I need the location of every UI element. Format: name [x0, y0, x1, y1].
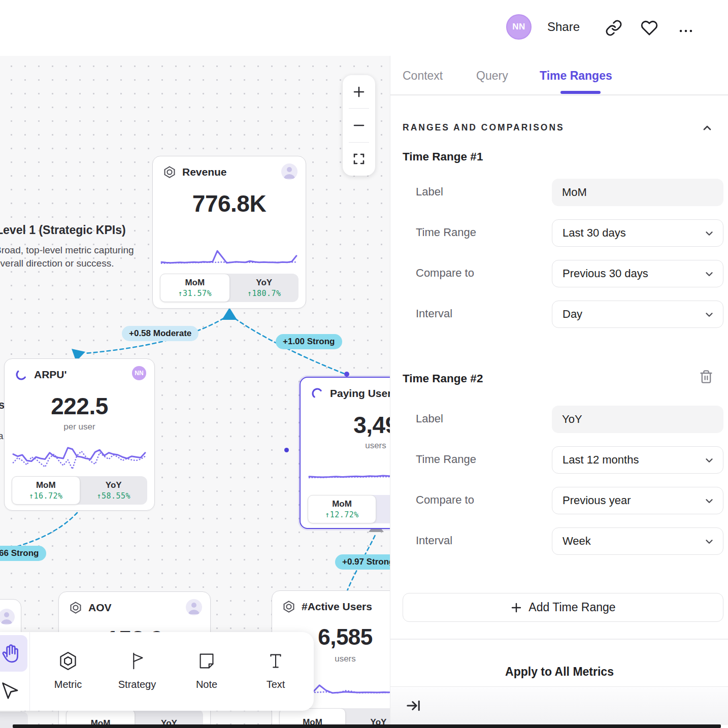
canvas-toolbar: Metric Strategy Note Text	[0, 632, 314, 711]
loading-arc-icon	[311, 387, 324, 400]
strategy-tool[interactable]: Strategy	[107, 632, 168, 711]
text-tool[interactable]: Text	[245, 632, 306, 711]
toolbar-tools: Metric Strategy Note Text	[29, 632, 314, 711]
collapse-panel-icon[interactable]	[406, 698, 421, 713]
chip-pct: ↑31.57%	[178, 289, 212, 298]
correlation-badge[interactable]: +0.97 Strong	[335, 554, 390, 570]
field-row: Interval Week	[390, 527, 728, 555]
yoy-chip[interactable]	[376, 495, 390, 523]
tab-query[interactable]: Query	[476, 69, 508, 83]
chip-pct: ↑16.72%	[29, 491, 63, 501]
hand-tool[interactable]	[0, 635, 27, 672]
chip-label: YoY	[256, 278, 272, 288]
zoom-out-button[interactable]	[343, 109, 375, 142]
mom-chip[interactable]: MoM↑12.72%	[308, 495, 376, 523]
chip-pct: ↑58.55%	[96, 491, 130, 501]
field-label: Time Range	[416, 226, 476, 239]
metric-value: 3,49	[301, 411, 390, 439]
share-button[interactable]: Share	[547, 20, 580, 34]
dock-bar	[13, 724, 721, 728]
chip-label: MoM	[36, 480, 56, 490]
connection-handle[interactable]	[284, 448, 289, 452]
chevron-down-icon	[704, 455, 715, 466]
section-header: RANGES AND COMPARISONS	[403, 122, 565, 133]
owner-avatar-icon	[0, 609, 15, 625]
metric-unit: per user	[5, 422, 154, 432]
chevron-down-icon	[704, 309, 715, 320]
metric-card-paying-users[interactable]: Paying Users' 3,49 users MoM↑12.72%	[300, 377, 390, 529]
mom-chip[interactable]: MoM↑16.72%	[12, 476, 80, 505]
metric-card-revenue[interactable]: Revenue 776.8K MoM↑31.57% YoY↑180.7%	[152, 156, 306, 309]
settings-panel: Context Query Time Ranges RANGES AND COM…	[390, 56, 728, 728]
chip-label: MoM	[185, 278, 205, 288]
chip-pct: ↑180.7%	[247, 289, 281, 298]
zoom-in-button[interactable]	[343, 75, 375, 108]
tab-time-ranges[interactable]: Time Ranges	[540, 69, 612, 83]
fit-view-button[interactable]	[343, 143, 375, 176]
top-bar: NN Share	[0, 0, 728, 56]
chip-label: MoM	[332, 499, 352, 509]
select-value: Previous year	[562, 494, 631, 507]
editor-presence-badge: NN	[132, 366, 146, 380]
compare-to-select[interactable]: Previous year	[552, 487, 723, 514]
user-avatar[interactable]: NN	[506, 14, 532, 40]
correlation-badge[interactable]: +0.58 Moderate	[122, 326, 198, 341]
select-tool[interactable]	[0, 674, 27, 708]
field-label: Label	[416, 185, 443, 198]
yoy-chip[interactable]: YoY↑180.7%	[230, 274, 299, 302]
select-value: Day	[562, 308, 582, 321]
plus-icon	[510, 602, 522, 614]
metric-card-arpu[interactable]: ARPU' NN 222.5 per user MoM↑16.72% YoY↑5…	[4, 358, 155, 511]
interval-select[interactable]: Week	[552, 527, 723, 555]
field-row: Compare to Previous year	[390, 487, 728, 514]
tool-label: Strategy	[118, 679, 156, 690]
note-tool[interactable]: Note	[176, 632, 237, 711]
time-range-2-title: Time Range #2	[403, 372, 483, 385]
loading-arc-icon	[15, 368, 28, 381]
zoom-controls	[343, 75, 375, 176]
chip-pct: ↑12.72%	[325, 510, 359, 519]
field-label: Interval	[416, 307, 452, 320]
delete-time-range-icon[interactable]	[699, 370, 713, 384]
panel-footer	[390, 686, 728, 725]
correlation-badge[interactable]: +1.00 Strong	[276, 334, 342, 349]
field-row: Label YoY	[390, 406, 728, 433]
comparison-toggle: MoM↑31.57% YoY↑180.7%	[160, 274, 299, 302]
chevron-down-icon	[704, 228, 715, 239]
metric-tree-canvas[interactable]: +0.58 Moderate +1.00 Strong +0.66 Strong…	[0, 56, 390, 728]
connection-handle[interactable]	[344, 372, 349, 377]
tab-context[interactable]: Context	[403, 69, 443, 83]
note-icon	[196, 650, 217, 672]
owner-avatar-icon	[281, 163, 297, 180]
sparkline	[308, 454, 390, 482]
chevron-up-icon[interactable]	[701, 122, 713, 134]
field-row: Interval Day	[390, 301, 728, 328]
add-time-range-button[interactable]: Add Time Range	[403, 593, 723, 622]
interval-select[interactable]: Day	[552, 301, 723, 328]
metric-unit: users	[301, 441, 390, 451]
time-range-1-title: Time Range #1	[403, 150, 483, 163]
field-row: Time Range Last 30 days	[390, 219, 728, 247]
hand-icon	[1, 643, 22, 664]
correlation-badge[interactable]: +0.66 Strong	[0, 546, 46, 561]
metric-value: 222.5	[5, 392, 154, 420]
time-range-select[interactable]: Last 12 months	[552, 446, 723, 474]
compare-to-select[interactable]: Previous 30 days	[552, 260, 723, 287]
field-label: Interval	[416, 534, 452, 547]
metric-tool[interactable]: Metric	[38, 632, 98, 711]
yoy-chip[interactable]: YoY↑58.55%	[80, 476, 148, 505]
select-value: Last 30 days	[562, 226, 626, 240]
card-title: Revenue	[182, 166, 227, 178]
label-input[interactable]: MoM	[552, 179, 723, 206]
field-label: Label	[416, 412, 443, 425]
mom-chip[interactable]: MoM↑31.57%	[160, 274, 230, 302]
metric-hexagon-icon	[282, 600, 295, 613]
time-range-select[interactable]: Last 30 days	[552, 219, 723, 247]
favorite-icon[interactable]	[641, 19, 658, 37]
copy-link-icon[interactable]	[605, 19, 622, 37]
apply-all-metrics-button[interactable]: Apply to All Metrics	[390, 665, 728, 679]
tool-label: Metric	[54, 679, 82, 690]
more-options-icon[interactable]	[677, 22, 694, 40]
annotation-line: Broad, top-level metric capturing	[0, 245, 134, 255]
label-input[interactable]: YoY	[552, 406, 723, 433]
